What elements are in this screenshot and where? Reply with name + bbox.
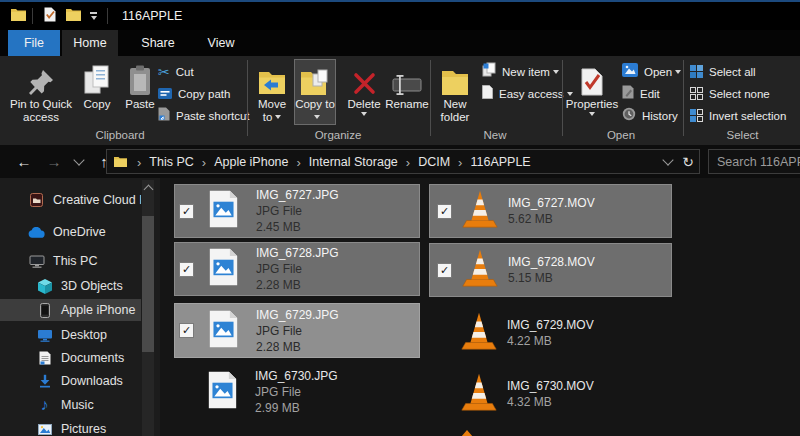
- search-input[interactable]: [709, 155, 800, 169]
- breadcrumb-dcim[interactable]: DCIM: [418, 155, 450, 169]
- file-tile-img-6728-mov[interactable]: IMG_6728.MOV 5.15 MB: [429, 243, 672, 297]
- file-checkbox[interactable]: [179, 204, 194, 219]
- sidebar-item-music[interactable]: Music: [0, 394, 141, 416]
- sidebar-scrollbar[interactable]: [142, 180, 154, 436]
- file-checkbox[interactable]: [179, 262, 194, 277]
- copy-to-button[interactable]: Copy to: [294, 59, 336, 125]
- sidebar-item-label: Apple iPhone: [61, 303, 135, 317]
- vlc-cone-icon: [458, 309, 500, 357]
- invert-selection-icon: [690, 109, 703, 122]
- pictures-icon: [36, 424, 53, 435]
- properties-icon: [581, 60, 603, 96]
- invert-selection-button[interactable]: Invert selection: [690, 105, 786, 126]
- sidebar-item-creative-cloud-files[interactable]: Creative Cloud Files: [0, 189, 141, 211]
- file-tile-img-6730-jpg[interactable]: IMG_6730.JPG JPG File 2.99 MB: [174, 364, 420, 420]
- file-tile-img-6727-jpg[interactable]: IMG_6727.JPG JPG File 2.45 MB: [174, 184, 420, 238]
- file-size: 4.32 MB: [507, 394, 594, 410]
- sidebar-item-desktop[interactable]: Desktop: [0, 324, 141, 346]
- ribbon-home: Pin to Quick access Copy Paste Cut Copy …: [0, 56, 800, 145]
- titlebar: 116APPLE: [0, 2, 800, 30]
- refresh-button[interactable]: [682, 153, 694, 171]
- breadcrumb-internal-storage[interactable]: Internal Storage: [309, 155, 398, 169]
- history-button[interactable]: History: [622, 105, 678, 126]
- scissors-icon: [158, 63, 170, 81]
- recent-locations-button[interactable]: [72, 160, 86, 164]
- history-icon: [622, 107, 636, 125]
- breadcrumb-apple-iphone[interactable]: Apple iPhone: [214, 155, 288, 169]
- easy-access-button[interactable]: Easy access: [482, 83, 573, 104]
- delete-button[interactable]: Delete: [342, 59, 386, 117]
- sidebar-item-this-pc[interactable]: This PC: [0, 250, 141, 272]
- paste-shortcut-icon: [158, 107, 170, 125]
- address-bar[interactable]: This PC Apple iPhone Internal Storage DC…: [106, 149, 700, 174]
- file-tile-img-6729-jpg[interactable]: IMG_6729.JPG JPG File 2.28 MB: [174, 303, 420, 358]
- sidebar-item-pictures[interactable]: Pictures: [0, 418, 141, 436]
- new-item-button[interactable]: New item: [482, 61, 559, 82]
- properties-button[interactable]: Properties: [567, 59, 617, 117]
- sidebar-item-label: Downloads: [61, 374, 123, 388]
- new-item-label: New item: [502, 66, 559, 78]
- tab-view[interactable]: View: [198, 30, 244, 56]
- paste-button[interactable]: Paste: [120, 59, 160, 112]
- paste-icon: [128, 60, 152, 96]
- file-name: IMG_6730.MOV: [507, 378, 594, 394]
- select-all-button[interactable]: Select all: [690, 61, 756, 82]
- breadcrumb-116apple[interactable]: 116APPLE: [470, 155, 530, 169]
- delete-label: Delete: [347, 98, 380, 111]
- copy-icon: [84, 60, 111, 96]
- qat-new-folder-button[interactable]: [66, 7, 81, 25]
- tab-home[interactable]: Home: [62, 30, 118, 56]
- copy-button[interactable]: Copy: [76, 59, 118, 112]
- sidebar-item-documents[interactable]: Documents: [0, 347, 141, 369]
- file-name: IMG_6728.MOV: [508, 254, 595, 270]
- qat-customize-button[interactable]: [90, 12, 97, 20]
- tab-file[interactable]: File: [8, 30, 60, 56]
- address-dropdown-button[interactable]: [664, 160, 672, 164]
- cut-button[interactable]: Cut: [158, 61, 194, 82]
- tab-share[interactable]: Share: [134, 30, 182, 56]
- file-explorer-window: 116APPLE File Home Share View Pin to Qui…: [0, 0, 800, 436]
- file-name: IMG_6727.JPG: [256, 187, 339, 203]
- sidebar-item-apple-iphone[interactable]: Apple iPhone: [0, 299, 141, 321]
- forward-button[interactable]: →: [44, 153, 64, 170]
- back-button[interactable]: ←: [14, 153, 34, 170]
- open-button[interactable]: Open: [622, 61, 681, 82]
- file-tile-img-6729-mov[interactable]: IMG_6729.MOV 4.22 MB: [429, 306, 672, 360]
- file-checkbox[interactable]: [179, 323, 194, 338]
- select-none-button[interactable]: Select none: [690, 83, 770, 104]
- move-to-icon: [257, 60, 287, 96]
- sidebar-item-onedrive[interactable]: OneDrive: [0, 221, 141, 243]
- ribbon-separator: [430, 60, 431, 136]
- ribbon-tabs: File Home Share View: [0, 30, 800, 56]
- file-name: IMG_6730.JPG: [255, 368, 338, 384]
- sidebar-item-3d-objects[interactable]: 3D Objects: [0, 275, 141, 297]
- chevron-right-icon: [289, 153, 309, 171]
- document-icon: [36, 351, 53, 365]
- paste-shortcut-button[interactable]: Paste shortcut: [158, 105, 250, 126]
- new-folder-button[interactable]: New folder: [436, 59, 474, 125]
- edit-icon: [622, 85, 634, 103]
- file-tile-img-6727-mov[interactable]: IMG_6727.MOV 5.62 MB: [429, 184, 672, 238]
- sidebar-item-downloads[interactable]: Downloads: [0, 370, 141, 392]
- file-tile-img-6730-mov[interactable]: IMG_6730.MOV 4.32 MB: [429, 366, 672, 422]
- phone-icon: [36, 303, 53, 318]
- file-size: 2.28 MB: [256, 277, 339, 293]
- file-tile-img-6728-jpg[interactable]: IMG_6728.JPG JPG File 2.28 MB: [174, 242, 420, 296]
- desktop-monitor-icon: [36, 329, 53, 342]
- file-checkbox[interactable]: [437, 263, 452, 278]
- chevron-right-icon: [450, 153, 470, 171]
- breadcrumb-this-pc[interactable]: This PC: [149, 155, 193, 169]
- scrollbar-thumb[interactable]: [142, 216, 154, 352]
- pin-to-quick-access-label: Pin to Quick access: [9, 98, 73, 124]
- new-group-label: New: [430, 129, 560, 141]
- qat-properties-button[interactable]: [44, 7, 56, 26]
- window-title: 116APPLE: [122, 9, 182, 23]
- dropdown-caret-icon: [675, 70, 681, 74]
- rename-button[interactable]: Rename: [386, 59, 428, 112]
- open-icon: [622, 63, 638, 81]
- pin-to-quick-access-button[interactable]: Pin to Quick access: [8, 59, 74, 125]
- edit-button[interactable]: Edit: [622, 83, 660, 104]
- file-checkbox[interactable]: [437, 204, 452, 219]
- move-to-button[interactable]: Move to: [252, 59, 292, 125]
- copy-path-button[interactable]: Copy path: [158, 83, 230, 104]
